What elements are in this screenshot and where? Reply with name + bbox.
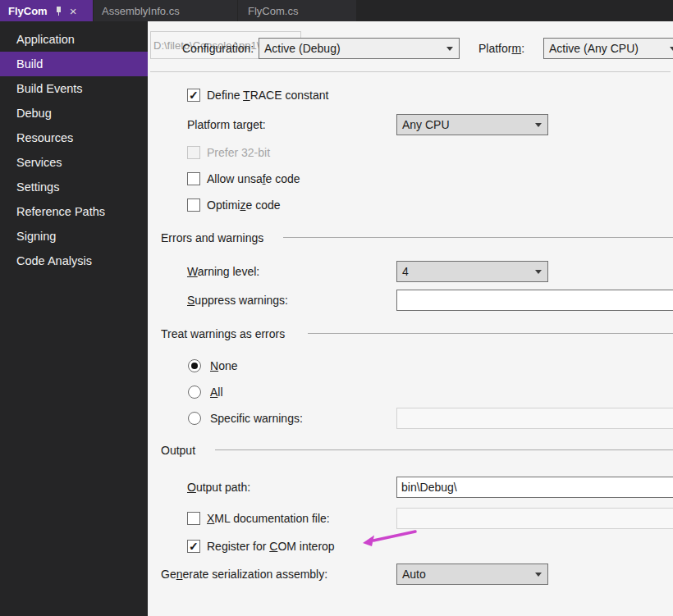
output-header: Output: [161, 444, 195, 457]
xml-doc-checkbox[interactable]: [187, 512, 200, 525]
tab-flycom-cs[interactable]: FlyCom.cs: [238, 0, 356, 21]
optimize-code-checkbox[interactable]: [187, 198, 200, 212]
prefer-32bit-label: Prefer 32-bit: [207, 146, 270, 159]
chevron-down-icon: [670, 47, 673, 51]
prefer-32bit-checkbox: [187, 146, 200, 159]
tab-label: AssemblyInfo.cs: [102, 5, 180, 17]
treat-all-radio[interactable]: [188, 386, 201, 399]
sidebar-item-build-events[interactable]: Build Events: [0, 76, 148, 101]
properties-sidebar: Application Build Build Events Debug Res…: [0, 21, 148, 616]
suppress-warnings-input[interactable]: [396, 290, 673, 311]
suppress-warnings-label: Suppress warnings:: [187, 294, 288, 307]
platform-target-dropdown[interactable]: Any CPU: [396, 114, 548, 135]
platform-dropdown[interactable]: Active (Any CPU): [543, 38, 673, 59]
sidebar-item-resources[interactable]: Resources: [0, 125, 148, 150]
pin-icon[interactable]: [54, 6, 63, 16]
close-icon[interactable]: ×: [70, 6, 77, 16]
specific-warnings-input: [396, 408, 673, 429]
output-path-input[interactable]: bin\Debug\: [396, 477, 673, 498]
platform-label: Platform:: [478, 42, 524, 55]
tab-assemblyinfo-cs[interactable]: AssemblyInfo.cs: [94, 0, 237, 21]
section-divider: [283, 237, 673, 238]
sidebar-item-build[interactable]: Build: [0, 52, 148, 76]
sidebar-item-application[interactable]: Application: [0, 27, 148, 52]
configuration-label: Configuration:: [182, 42, 254, 55]
define-trace-checkbox[interactable]: [187, 89, 200, 102]
platform-target-label: Platform target:: [187, 118, 266, 131]
register-com-checkbox[interactable]: [187, 540, 200, 553]
define-trace-label: Define TRACE constant: [207, 89, 328, 102]
tab-label: FlyCom.cs: [248, 5, 298, 17]
optimize-code-label: Optimize code: [207, 198, 281, 212]
sidebar-item-settings[interactable]: Settings: [0, 175, 148, 199]
generate-serialization-value: Auto: [402, 568, 426, 581]
platform-target-value: Any CPU: [402, 118, 450, 131]
sidebar-item-services[interactable]: Services: [0, 150, 148, 175]
tab-label: FlyCom: [8, 5, 48, 17]
chevron-down-icon: [535, 573, 542, 577]
warning-level-label: Warning level:: [187, 265, 259, 278]
allow-unsafe-checkbox[interactable]: [187, 172, 200, 185]
xml-doc-label: XML documentation file:: [207, 512, 330, 525]
generate-serialization-dropdown[interactable]: Auto: [396, 564, 548, 585]
register-com-label: Register for COM interop: [207, 540, 335, 553]
warning-level-dropdown[interactable]: 4: [396, 261, 548, 282]
sidebar-item-signing[interactable]: Signing: [0, 224, 148, 249]
document-tab-bar: FlyCom × AssemblyInfo.cs FlyCom.cs: [0, 0, 673, 21]
errors-warnings-header: Errors and warnings: [161, 231, 263, 244]
project-properties-window: FlyCom × AssemblyInfo.cs FlyCom.cs Appli…: [0, 0, 673, 616]
allow-unsafe-label: Allow unsafe code: [207, 172, 300, 185]
section-divider: [308, 333, 673, 334]
chevron-down-icon: [446, 47, 453, 51]
configuration-dropdown[interactable]: Active (Debug): [259, 38, 460, 59]
sidebar-item-reference-paths[interactable]: Reference Paths: [0, 199, 148, 224]
tab-flycom[interactable]: FlyCom ×: [0, 0, 93, 21]
treat-none-radio[interactable]: [188, 359, 201, 372]
annotation-arrow: [361, 527, 420, 548]
sidebar-item-code-analysis[interactable]: Code Analysis: [0, 249, 148, 273]
generate-serialization-label: Generate serialization assembly:: [161, 568, 327, 581]
output-path-label: Output path:: [187, 481, 250, 494]
configuration-value: Active (Debug): [264, 42, 341, 55]
warning-level-value: 4: [402, 265, 409, 278]
treat-specific-label: Specific warnings:: [210, 412, 303, 425]
section-divider: [150, 71, 671, 72]
treat-warnings-header: Treat warnings as errors: [161, 327, 285, 340]
treat-none-label: None: [210, 359, 237, 372]
chevron-down-icon: [535, 123, 542, 127]
platform-value: Active (Any CPU): [549, 42, 639, 55]
treat-all-label: All: [210, 386, 223, 399]
xml-doc-input: [396, 508, 673, 529]
sidebar-item-debug[interactable]: Debug: [0, 101, 148, 125]
chevron-down-icon: [535, 270, 542, 274]
build-settings-panel: D:\fileto\ConsoleApp1\FlyCom\FlyCom.cspr…: [148, 21, 673, 616]
treat-specific-radio[interactable]: [188, 412, 201, 425]
section-divider: [215, 449, 673, 450]
